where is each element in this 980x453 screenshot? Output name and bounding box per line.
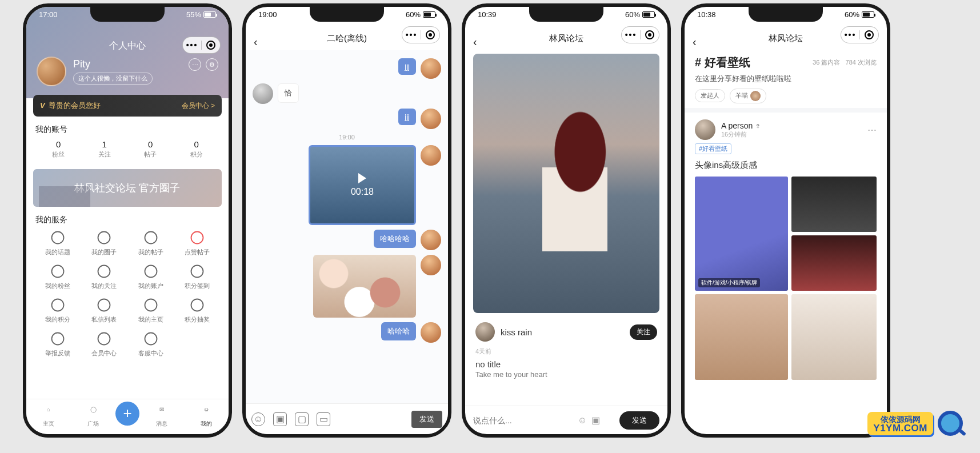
follow-button[interactable]: 关注 [630, 324, 657, 340]
service-5[interactable]: 我的关注 [82, 263, 127, 290]
grid-image[interactable] [791, 235, 877, 291]
service-label: 我的粉丝 [35, 282, 80, 290]
close-ring-icon[interactable] [202, 37, 220, 53]
forum-banner[interactable]: 林风社交论坛 官方圈子 [33, 169, 222, 207]
avatar-self[interactable] [421, 109, 441, 129]
svg-point-6 [145, 266, 157, 278]
post-author-name[interactable]: A person ♀ [721, 121, 761, 130]
post-time: 16分钟前 [721, 130, 761, 139]
post-tag[interactable]: #好看壁纸 [695, 143, 731, 154]
service-9[interactable]: 私信列表 [82, 297, 127, 324]
emoji-icon[interactable]: ☺ [251, 412, 265, 426]
tab-create[interactable]: + [115, 402, 139, 426]
service-label: 我的账户 [129, 282, 173, 290]
avatar-self[interactable] [421, 58, 441, 79]
send-button[interactable]: 发送 [411, 411, 442, 428]
miniprogram-capsule[interactable]: ••• [402, 26, 440, 43]
tab-4[interactable]: ☺我的 [184, 406, 229, 428]
grid-image[interactable] [791, 294, 877, 380]
menu-dots-icon[interactable]: ••• [841, 27, 859, 43]
service-4[interactable]: 我的粉丝 [35, 263, 80, 290]
post-image[interactable] [473, 54, 659, 313]
image-message[interactable] [313, 255, 416, 318]
topic-owner-chip[interactable]: 发起人 [695, 89, 725, 102]
avatar-self[interactable] [421, 255, 441, 275]
msg-out[interactable]: jjj [398, 109, 416, 125]
service-13[interactable]: 会员中心 [82, 331, 127, 358]
topic-scroll[interactable]: # 好看壁纸 36 篇内容 784 次浏览 在这里分享好看的壁纸啦啦啦 发起人 … [685, 50, 887, 434]
service-0[interactable]: 我的话题 [35, 230, 80, 256]
avatar-self[interactable] [421, 145, 441, 166]
watermark-logo: 依依源码网 Y1YM.COM [867, 411, 963, 436]
stat-posts[interactable]: 0帖子 [144, 139, 157, 159]
chat-bubble-icon[interactable]: ⋯ [189, 58, 201, 71]
watermark-en: Y1YM.COM [873, 423, 927, 433]
close-ring-icon[interactable] [421, 27, 439, 43]
service-label: 我的积分 [35, 315, 80, 324]
service-7[interactable]: 积分签到 [175, 263, 220, 290]
miniprogram-capsule[interactable]: ••• [621, 26, 659, 43]
grid-image[interactable]: 软件/游戏/小程序/棋牌 [695, 177, 788, 291]
back-icon[interactable]: ‹ [693, 35, 697, 49]
stat-fans[interactable]: 0粉丝 [52, 139, 65, 159]
menu-dots-icon[interactable]: ••• [402, 27, 421, 43]
service-12[interactable]: 举报反馈 [35, 331, 80, 358]
video-icon[interactable]: ▢ [295, 412, 309, 426]
service-8[interactable]: 我的积分 [35, 297, 80, 324]
service-6[interactable]: 我的账户 [129, 263, 173, 290]
back-icon[interactable]: ‹ [254, 35, 258, 49]
msg-out[interactable]: jjj [398, 58, 416, 75]
author-avatar[interactable] [475, 322, 495, 342]
image-icon[interactable]: ▣ [591, 415, 600, 426]
svg-point-1 [98, 232, 110, 244]
service-11[interactable]: 积分抽奖 [175, 297, 220, 324]
tab-1[interactable]: ◯广场 [71, 406, 115, 428]
notch [529, 7, 603, 22]
avatar-self[interactable] [421, 230, 441, 250]
service-14[interactable]: 客服中心 [129, 331, 173, 358]
svg-point-11 [191, 299, 203, 311]
more-icon[interactable]: ⋯ [867, 125, 877, 135]
stat-following[interactable]: 1关注 [98, 139, 111, 159]
service-icon [143, 331, 159, 347]
service-10[interactable]: 我的主页 [129, 297, 173, 324]
avatar[interactable] [37, 57, 66, 86]
topic-owner-user[interactable]: 羊喵 [730, 89, 766, 103]
video-message[interactable]: 00:18 [309, 145, 416, 225]
comment-input[interactable] [473, 416, 573, 425]
avatar-peer[interactable] [253, 83, 273, 104]
grid-image[interactable] [695, 294, 788, 380]
folder-icon[interactable]: ▭ [317, 412, 330, 426]
status-battery-pct: 55% [186, 10, 201, 19]
stat-points[interactable]: 0积分 [190, 139, 203, 159]
phone-chat: 19:00 60% ••• ‹ 二哈(离线) jjj 恰 jjj 19:00 [242, 3, 451, 438]
vip-banner[interactable]: V尊贵的会员您好 会员中心 > [33, 95, 222, 117]
post-avatar[interactable] [695, 119, 715, 140]
chat-body[interactable]: jjj 恰 jjj 19:00 00:18 哈哈哈哈 哈哈哈 [246, 50, 448, 403]
miniprogram-capsule[interactable]: ••• [841, 26, 879, 43]
msg-out[interactable]: 哈哈哈哈 [374, 230, 416, 248]
service-1[interactable]: 我的圈子 [82, 230, 127, 256]
service-3[interactable]: 点赞帖子 [175, 230, 220, 256]
image-icon[interactable]: ▣ [273, 412, 287, 426]
close-ring-icon[interactable] [641, 27, 659, 43]
close-ring-icon[interactable] [860, 27, 878, 43]
tab-0[interactable]: ⌂主页 [26, 406, 71, 428]
settings-gear-icon[interactable]: ⚙ [206, 58, 218, 71]
back-icon[interactable]: ‹ [473, 35, 477, 49]
menu-dots-icon[interactable]: ••• [622, 27, 640, 43]
svg-point-9 [98, 299, 110, 311]
tab-3[interactable]: ✉消息 [139, 406, 184, 428]
msg-in[interactable]: 恰 [278, 83, 299, 103]
send-button[interactable]: 发送 [619, 411, 659, 430]
avatar-self[interactable] [421, 322, 441, 343]
service-label: 举报反馈 [35, 349, 80, 358]
msg-out[interactable]: 哈哈哈 [381, 322, 416, 340]
vip-center-link[interactable]: 会员中心 > [182, 101, 215, 111]
grid-image[interactable] [791, 177, 877, 232]
author-name[interactable]: kiss rain [501, 327, 624, 337]
service-2[interactable]: 我的帖子 [129, 230, 173, 256]
miniprogram-capsule[interactable]: ••• [182, 37, 221, 54]
menu-dots-icon[interactable]: ••• [183, 37, 201, 53]
emoji-icon[interactable]: ☺ [578, 415, 587, 426]
